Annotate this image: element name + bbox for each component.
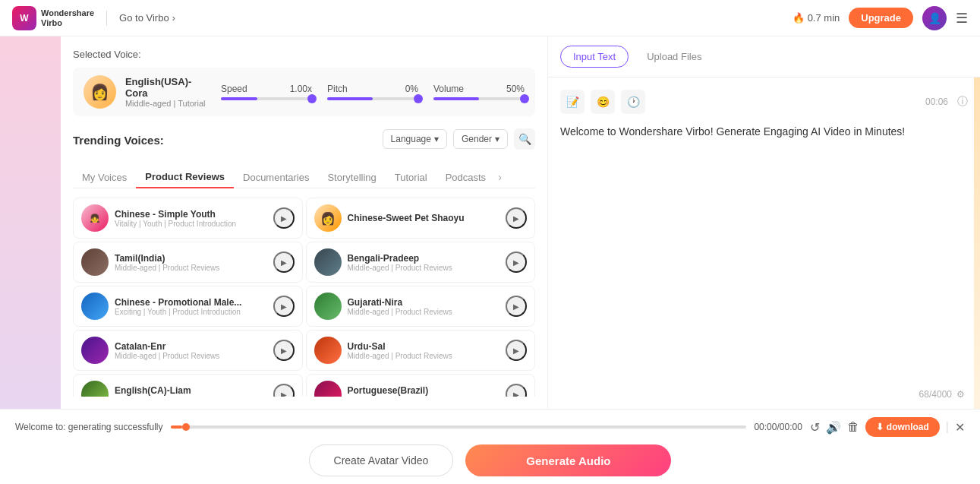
tab-input-text[interactable]: Input Text (560, 46, 629, 68)
list-item: English(CA)-Liam Middle-aged | Product R… (73, 374, 303, 397)
volume-slider-group: Volume 50% (433, 84, 525, 100)
topbar-left: W Wondershare Virbo Go to Virbo › (12, 6, 175, 30)
close-button[interactable]: ✕ (955, 420, 965, 435)
tab-podcasts[interactable]: Podcasts (436, 167, 495, 188)
delete-button[interactable]: 🗑 (847, 420, 859, 434)
play-button[interactable]: ▶ (273, 296, 295, 317)
avatar (81, 337, 109, 364)
voice-item-name: Catalan-Enr (115, 341, 267, 352)
voice-item-name: Gujarati-Nira (348, 297, 500, 308)
list-item: Chinese - Promotional Male... Exciting |… (73, 286, 303, 327)
voice-item-tags: Middle-aged | Product Reviews (348, 264, 500, 272)
trending-label: Trending Voices: (73, 134, 164, 147)
volume-header: Volume 50% (433, 84, 525, 94)
voice-item-tags: Exciting | Youth | Product Introduction (115, 308, 267, 316)
replay-button[interactable]: ↺ (810, 420, 820, 435)
gender-filter[interactable]: Gender ▾ (453, 129, 508, 149)
play-button[interactable]: ▶ (273, 340, 295, 361)
chevron-down-icon: ▾ (434, 134, 439, 144)
tab-storytelling[interactable]: Storytelling (318, 167, 385, 188)
history-button[interactable]: 🕐 (621, 90, 645, 114)
avatar: 👧 (81, 204, 109, 232)
play-button[interactable]: ▶ (273, 251, 295, 273)
voice-item-name: Chinese - Promotional Male... (115, 297, 267, 308)
voice-item-tags: Middle-aged | Product Reviews (348, 352, 500, 360)
pitch-header: Pitch 0% (327, 84, 418, 94)
search-button[interactable]: 🔍 (514, 128, 535, 150)
list-item: Portuguese(Brazil) Middle-aged | Product… (306, 374, 536, 397)
voice-item-tags: Middle-aged | Product Reviews (115, 396, 267, 397)
voice-item-info: Tamil(India) Middle-aged | Product Revie… (115, 253, 267, 272)
tab-upload-files[interactable]: Upload Files (635, 46, 714, 67)
player-controls: ↺ 🔊 🗑 ⬇ download | ✕ (810, 417, 965, 437)
tabs-scroll-right[interactable]: › (495, 171, 505, 183)
voice-category-tabs: My Voices Product Reviews Documentaries … (73, 166, 535, 188)
speed-slider-group: Speed 1.00x (221, 84, 312, 100)
upgrade-button[interactable]: Upgrade (849, 8, 913, 28)
voice-item-tags: Middle-aged | Product Reviews (115, 264, 267, 272)
avatar (314, 293, 342, 320)
pitch-thumb (414, 94, 423, 103)
voice-item-info: English(CA)-Liam Middle-aged | Product R… (115, 385, 267, 397)
avatar (81, 381, 109, 397)
tab-my-voices[interactable]: My Voices (73, 167, 136, 188)
play-button[interactable]: ▶ (273, 384, 295, 397)
go-to-virbo-link[interactable]: Go to Virbo › (119, 12, 175, 24)
logo-divider (106, 11, 107, 26)
language-filter[interactable]: Language ▾ (383, 129, 447, 149)
tab-documentaries[interactable]: Documentaries (234, 167, 318, 188)
voice-item-info: Catalan-Enr Middle-aged | Product Review… (115, 341, 267, 360)
voice-item-info: Urdu-Sal Middle-aged | Product Reviews (348, 341, 500, 360)
voice-item-info: Chinese - Simple Youth Vitality | Youth … (115, 209, 267, 228)
right-content: 📝 😊 🕐 00:06 ⓘ Welcome to Wondershare Vir… (548, 78, 980, 409)
settings-icon[interactable]: ⚙ (956, 389, 965, 400)
progress-dot (182, 423, 190, 431)
pitch-slider-group: Pitch 0% (327, 84, 418, 100)
volume-fill (433, 97, 479, 100)
speed-slider[interactable] (221, 97, 312, 100)
voice-item-name: Portuguese(Brazil) (348, 385, 500, 396)
voice-item-name: Tamil(India) (115, 253, 267, 264)
sliders-container: Speed 1.00x Pitch 0% (221, 84, 525, 100)
text-style-button[interactable]: 📝 (560, 90, 585, 114)
play-button[interactable]: ▶ (506, 384, 527, 397)
generate-audio-button[interactable]: Generate Audio (465, 444, 671, 476)
download-button[interactable]: ⬇ download (865, 417, 940, 437)
volume-slider[interactable] (433, 97, 525, 100)
info-icon: ⓘ (957, 95, 968, 109)
pitch-slider[interactable] (327, 97, 418, 100)
text-content[interactable]: Welcome to Wondershare Virbo! Generate E… (560, 123, 968, 351)
avatar: 👩 (314, 204, 342, 232)
volume-thumb (520, 94, 529, 103)
voice-avatar: 👩 (84, 75, 116, 109)
progress-fill (171, 425, 182, 429)
timestamp: 00:06 (925, 96, 948, 107)
list-item: Gujarati-Nira Middle-aged | Product Revi… (306, 286, 536, 327)
chevron-down-icon: ▾ (495, 134, 499, 144)
minute-count: 🔥 0.7 min (793, 12, 840, 24)
voice-info: English(USA)-Cora Middle-aged | Tutorial (125, 76, 212, 108)
progress-track[interactable] (171, 425, 747, 429)
play-button[interactable]: ▶ (273, 207, 295, 229)
play-button[interactable]: ▶ (506, 296, 527, 317)
menu-icon[interactable]: ☰ (956, 10, 968, 27)
logo-icon: W (12, 6, 36, 30)
play-button[interactable]: ▶ (506, 207, 527, 229)
pitch-fill (327, 97, 373, 100)
volume-button[interactable]: 🔊 (826, 420, 841, 435)
voice-item-name: Urdu-Sal (348, 341, 500, 352)
logo: W Wondershare Virbo (12, 6, 94, 30)
voice-item-info: Bengali-Pradeep Middle-aged | Product Re… (348, 253, 500, 272)
emoji-button[interactable]: 😊 (591, 90, 615, 114)
voice-item-info: Portuguese(Brazil) Middle-aged | Product… (348, 385, 500, 397)
create-avatar-button[interactable]: Create Avatar Video (309, 444, 454, 476)
tab-tutorial[interactable]: Tutorial (386, 167, 436, 188)
user-avatar[interactable]: 👤 (922, 6, 947, 30)
voice-item-name: Chinese - Simple Youth (115, 209, 267, 220)
logo-text-top: Wondershare (41, 8, 94, 17)
speed-fill (221, 97, 257, 100)
play-button[interactable]: ▶ (506, 251, 527, 273)
voice-card: 👩 English(USA)-Cora Middle-aged | Tutori… (73, 68, 535, 116)
tab-product-reviews[interactable]: Product Reviews (136, 166, 234, 188)
play-button[interactable]: ▶ (506, 340, 527, 361)
